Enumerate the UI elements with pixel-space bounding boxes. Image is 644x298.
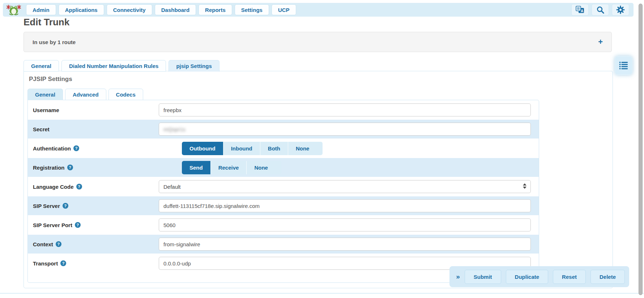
duplicate-button[interactable]: Duplicate xyxy=(506,270,549,284)
frog-icon xyxy=(7,4,21,16)
language-code-select[interactable]: Default xyxy=(159,180,531,193)
side-list-toggle-button[interactable] xyxy=(615,56,632,75)
field-label: Secret xyxy=(33,126,159,132)
field-control xyxy=(159,103,535,116)
context-label: Context xyxy=(33,241,53,247)
freepbx-frog-logo[interactable] xyxy=(6,4,22,16)
authentication-buttonset: Outbound Inbound Both None xyxy=(182,142,323,155)
subtab-general[interactable]: General xyxy=(27,89,63,100)
form-row-authentication: Authentication ? Outbound Inbound Both N… xyxy=(28,139,539,158)
registration-option-none[interactable]: None xyxy=(246,161,276,174)
authentication-option-inbound[interactable]: Inbound xyxy=(223,142,260,155)
freepbx-admin-page: Admin Applications Connectivity Dashboar… xyxy=(0,0,644,298)
field-control: Outbound Inbound Both None xyxy=(159,142,535,155)
authentication-option-both[interactable]: Both xyxy=(260,142,288,155)
submit-button[interactable]: Submit xyxy=(465,270,501,284)
authentication-option-outbound[interactable]: Outbound xyxy=(182,142,223,155)
username-input[interactable] xyxy=(159,103,531,116)
reset-button[interactable]: Reset xyxy=(553,270,586,284)
nav-menu: Admin Applications Connectivity Dashboar… xyxy=(26,4,296,15)
field-label: SIP Server Port ? xyxy=(33,222,159,228)
nav-item-connectivity[interactable]: Connectivity xyxy=(107,4,152,15)
nav-item-reports[interactable]: Reports xyxy=(199,4,232,15)
sip-server-port-input[interactable] xyxy=(159,218,531,231)
translate-icon: A xyxy=(575,5,585,14)
search-button[interactable] xyxy=(592,4,609,16)
nav-utility-buttons: A xyxy=(571,4,629,16)
field-control xyxy=(159,238,535,251)
field-label: Registration ? xyxy=(33,165,159,171)
pjsip-general-form: Username Secret mQspr1s xyxy=(27,100,539,283)
expand-plus-icon[interactable]: + xyxy=(598,38,603,46)
registration-option-receive[interactable]: Receive xyxy=(210,161,247,174)
help-icon[interactable]: ? xyxy=(67,165,73,170)
authentication-option-none[interactable]: None xyxy=(288,142,317,155)
tab-pjsip-settings[interactable]: pjsip Settings xyxy=(169,60,219,72)
form-row-sip-server: SIP Server ? xyxy=(28,196,539,216)
subtab-advanced[interactable]: Advanced xyxy=(65,89,106,100)
secret-input[interactable]: mQspr1s xyxy=(159,123,531,136)
help-icon[interactable]: ? xyxy=(60,260,66,266)
nav-item-dashboard[interactable]: Dashboard xyxy=(155,4,196,15)
field-control xyxy=(159,218,535,231)
field-label: Authentication ? xyxy=(33,145,159,152)
nav-item-settings[interactable]: Settings xyxy=(235,4,269,15)
help-icon[interactable]: ? xyxy=(56,241,61,247)
pjsip-sub-tabs: General Advanced Codecs xyxy=(27,89,608,100)
tab-dialed-number-manipulation-rules[interactable]: Dialed Number Manipulation Rules xyxy=(61,60,166,72)
form-row-registration: Registration ? Send Receive None xyxy=(28,158,539,177)
secret-value-blurred: mQspr1s xyxy=(163,126,185,132)
authentication-label: Authentication xyxy=(33,145,71,152)
form-action-bar: » Submit Duplicate Reset Delete xyxy=(449,266,629,287)
search-icon xyxy=(596,6,605,14)
field-control: mQspr1s xyxy=(159,123,535,136)
top-navbar: Admin Applications Connectivity Dashboar… xyxy=(3,3,634,17)
language-code-selected-value: Default xyxy=(163,184,181,190)
sip-server-input[interactable] xyxy=(159,199,531,212)
delete-button[interactable]: Delete xyxy=(590,270,625,284)
help-icon[interactable]: ? xyxy=(76,184,82,190)
form-row-context: Context ? xyxy=(28,235,539,254)
select-stepper-icon xyxy=(523,183,526,189)
registration-buttonset: Send Receive None xyxy=(182,161,281,174)
field-label: Context ? xyxy=(33,241,159,247)
nav-item-ucp[interactable]: UCP xyxy=(272,4,296,15)
transport-label: Transport xyxy=(33,260,58,267)
secret-label: Secret xyxy=(33,126,50,132)
field-label: Username xyxy=(33,107,159,113)
page-title: Edit Trunk xyxy=(24,17,69,28)
field-label: SIP Server ? xyxy=(33,203,159,209)
svg-text:A: A xyxy=(581,9,583,13)
field-label: Transport ? xyxy=(33,260,159,267)
scrollbar-thumb[interactable] xyxy=(639,4,643,295)
sip-server-port-label: SIP Server Port xyxy=(33,222,72,228)
nav-item-admin[interactable]: Admin xyxy=(26,4,56,15)
tab-general[interactable]: General xyxy=(24,60,59,72)
language-translate-button[interactable]: A xyxy=(571,4,589,16)
nav-item-applications[interactable]: Applications xyxy=(59,4,104,15)
registration-option-send[interactable]: Send xyxy=(182,161,210,174)
collapse-actions-chevron[interactable]: » xyxy=(456,273,460,281)
form-row-sip-server-port: SIP Server Port ? xyxy=(28,216,539,235)
footer-divider xyxy=(0,293,644,294)
help-icon[interactable]: ? xyxy=(73,145,79,151)
help-icon[interactable]: ? xyxy=(75,222,81,228)
field-control: Default xyxy=(159,180,535,193)
form-row-secret: Secret mQspr1s xyxy=(28,120,539,139)
language-code-label: Language Code xyxy=(33,184,74,190)
settings-gear-button[interactable] xyxy=(612,4,629,16)
context-input[interactable] xyxy=(159,238,531,251)
registration-label: Registration xyxy=(33,165,65,171)
form-row-language-code: Language Code ? Default xyxy=(28,177,539,196)
subtab-codecs[interactable]: Codecs xyxy=(108,89,143,100)
help-icon[interactable]: ? xyxy=(63,203,68,209)
page-scrollbar[interactable] xyxy=(639,4,643,295)
sip-server-label: SIP Server xyxy=(33,203,60,209)
pjsip-settings-panel: PJSIP Settings General Advanced Codecs U… xyxy=(24,71,613,288)
field-label: Language Code ? xyxy=(33,184,159,190)
in-use-collapsible-panel[interactable]: In use by 1 route + xyxy=(24,32,612,52)
in-use-text: In use by 1 route xyxy=(33,39,76,45)
section-heading: PJSIP Settings xyxy=(29,76,608,83)
form-row-username: Username xyxy=(28,101,539,120)
username-label: Username xyxy=(33,107,59,113)
